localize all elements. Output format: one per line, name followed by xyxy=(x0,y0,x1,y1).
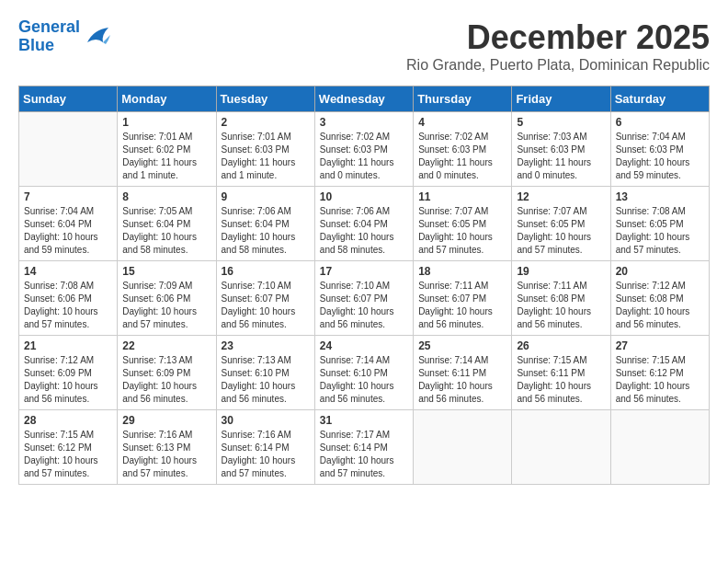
day-info: Sunrise: 7:01 AM Sunset: 6:02 PM Dayligh… xyxy=(122,131,210,182)
logo-text: General Blue xyxy=(18,18,80,55)
day-number: 9 xyxy=(222,190,310,203)
calendar-cell: 7Sunrise: 7:04 AM Sunset: 6:04 PM Daylig… xyxy=(19,187,118,261)
calendar-cell: 8Sunrise: 7:05 AM Sunset: 6:04 PM Daylig… xyxy=(118,187,216,261)
day-number: 14 xyxy=(24,265,112,278)
calendar-cell: 10Sunrise: 7:06 AM Sunset: 6:04 PM Dayli… xyxy=(314,187,413,261)
calendar-cell: 29Sunrise: 7:16 AM Sunset: 6:13 PM Dayli… xyxy=(118,410,216,485)
calendar-header-row: SundayMondayTuesdayWednesdayThursdayFrid… xyxy=(19,86,710,112)
location-title: Rio Grande, Puerto Plata, Dominican Repu… xyxy=(406,57,710,74)
day-number: 27 xyxy=(616,339,704,352)
calendar-cell xyxy=(414,410,512,485)
calendar-cell: 28Sunrise: 7:15 AM Sunset: 6:12 PM Dayli… xyxy=(19,410,118,485)
day-number: 3 xyxy=(320,116,408,129)
day-number: 2 xyxy=(222,116,310,129)
calendar-cell xyxy=(610,410,709,485)
day-info: Sunrise: 7:07 AM Sunset: 6:05 PM Dayligh… xyxy=(418,205,506,257)
logo-line1: General xyxy=(18,17,80,36)
calendar-cell xyxy=(19,112,118,187)
day-number: 24 xyxy=(320,339,408,352)
calendar-cell: 22Sunrise: 7:13 AM Sunset: 6:09 PM Dayli… xyxy=(118,336,216,410)
calendar-cell: 17Sunrise: 7:10 AM Sunset: 6:07 PM Dayli… xyxy=(314,261,413,336)
day-info: Sunrise: 7:03 AM Sunset: 6:03 PM Dayligh… xyxy=(517,131,605,182)
calendar-cell: 16Sunrise: 7:10 AM Sunset: 6:07 PM Dayli… xyxy=(216,261,314,336)
calendar-cell: 1Sunrise: 7:01 AM Sunset: 6:02 PM Daylig… xyxy=(118,112,216,187)
calendar-cell: 18Sunrise: 7:11 AM Sunset: 6:07 PM Dayli… xyxy=(414,261,512,336)
day-number: 11 xyxy=(418,190,506,203)
day-number: 17 xyxy=(320,265,408,278)
calendar-week-2: 7Sunrise: 7:04 AM Sunset: 6:04 PM Daylig… xyxy=(19,187,710,261)
calendar-cell: 21Sunrise: 7:12 AM Sunset: 6:09 PM Dayli… xyxy=(19,336,118,410)
calendar-cell: 19Sunrise: 7:11 AM Sunset: 6:08 PM Dayli… xyxy=(512,261,610,336)
day-info: Sunrise: 7:11 AM Sunset: 6:07 PM Dayligh… xyxy=(418,280,506,331)
logo-bird-icon xyxy=(83,26,110,48)
weekday-header-sunday: Sunday xyxy=(19,86,118,112)
day-info: Sunrise: 7:13 AM Sunset: 6:10 PM Dayligh… xyxy=(222,354,310,406)
day-number: 5 xyxy=(517,116,605,129)
calendar-cell: 2Sunrise: 7:01 AM Sunset: 6:03 PM Daylig… xyxy=(216,112,314,187)
calendar-week-4: 21Sunrise: 7:12 AM Sunset: 6:09 PM Dayli… xyxy=(19,336,710,410)
day-info: Sunrise: 7:06 AM Sunset: 6:04 PM Dayligh… xyxy=(222,205,310,257)
day-info: Sunrise: 7:09 AM Sunset: 6:06 PM Dayligh… xyxy=(122,280,210,331)
day-number: 30 xyxy=(222,414,310,427)
day-number: 7 xyxy=(24,190,112,203)
day-info: Sunrise: 7:01 AM Sunset: 6:03 PM Dayligh… xyxy=(222,131,310,182)
calendar-cell: 31Sunrise: 7:17 AM Sunset: 6:14 PM Dayli… xyxy=(314,410,413,485)
day-info: Sunrise: 7:02 AM Sunset: 6:03 PM Dayligh… xyxy=(418,131,506,182)
calendar-table: SundayMondayTuesdayWednesdayThursdayFrid… xyxy=(18,86,710,485)
day-info: Sunrise: 7:14 AM Sunset: 6:10 PM Dayligh… xyxy=(320,354,408,406)
day-info: Sunrise: 7:02 AM Sunset: 6:03 PM Dayligh… xyxy=(320,131,408,182)
calendar-cell: 15Sunrise: 7:09 AM Sunset: 6:06 PM Dayli… xyxy=(118,261,216,336)
day-info: Sunrise: 7:15 AM Sunset: 6:12 PM Dayligh… xyxy=(24,429,112,480)
day-info: Sunrise: 7:11 AM Sunset: 6:08 PM Dayligh… xyxy=(517,280,605,331)
calendar-cell: 9Sunrise: 7:06 AM Sunset: 6:04 PM Daylig… xyxy=(216,187,314,261)
calendar-week-3: 14Sunrise: 7:08 AM Sunset: 6:06 PM Dayli… xyxy=(19,261,710,336)
day-number: 4 xyxy=(418,116,506,129)
day-number: 31 xyxy=(320,414,408,427)
day-info: Sunrise: 7:06 AM Sunset: 6:04 PM Dayligh… xyxy=(320,205,408,257)
day-number: 12 xyxy=(517,190,605,203)
day-number: 18 xyxy=(418,265,506,278)
day-number: 13 xyxy=(616,190,704,203)
day-info: Sunrise: 7:15 AM Sunset: 6:12 PM Dayligh… xyxy=(616,354,704,406)
day-info: Sunrise: 7:14 AM Sunset: 6:11 PM Dayligh… xyxy=(418,354,506,406)
day-number: 21 xyxy=(24,339,112,352)
weekday-header-saturday: Saturday xyxy=(610,86,709,112)
day-number: 26 xyxy=(517,339,605,352)
logo-line2: Blue xyxy=(18,36,54,54)
day-info: Sunrise: 7:12 AM Sunset: 6:09 PM Dayligh… xyxy=(24,354,112,406)
day-number: 15 xyxy=(122,265,210,278)
day-info: Sunrise: 7:10 AM Sunset: 6:07 PM Dayligh… xyxy=(320,280,408,331)
calendar-cell: 20Sunrise: 7:12 AM Sunset: 6:08 PM Dayli… xyxy=(610,261,709,336)
calendar-cell xyxy=(512,410,610,485)
calendar-week-5: 28Sunrise: 7:15 AM Sunset: 6:12 PM Dayli… xyxy=(19,410,710,485)
logo: General Blue xyxy=(18,18,110,55)
day-info: Sunrise: 7:12 AM Sunset: 6:08 PM Dayligh… xyxy=(616,280,704,331)
weekday-header-thursday: Thursday xyxy=(414,86,512,112)
day-number: 16 xyxy=(222,265,310,278)
day-number: 6 xyxy=(616,116,704,129)
weekday-header-wednesday: Wednesday xyxy=(314,86,413,112)
day-info: Sunrise: 7:13 AM Sunset: 6:09 PM Dayligh… xyxy=(122,354,210,406)
calendar-cell: 6Sunrise: 7:04 AM Sunset: 6:03 PM Daylig… xyxy=(610,112,709,187)
day-number: 28 xyxy=(24,414,112,427)
day-number: 10 xyxy=(320,190,408,203)
calendar-cell: 13Sunrise: 7:08 AM Sunset: 6:05 PM Dayli… xyxy=(610,187,709,261)
day-number: 1 xyxy=(122,116,210,129)
day-info: Sunrise: 7:16 AM Sunset: 6:13 PM Dayligh… xyxy=(122,429,210,480)
day-number: 23 xyxy=(222,339,310,352)
calendar-cell: 30Sunrise: 7:16 AM Sunset: 6:14 PM Dayli… xyxy=(216,410,314,485)
day-number: 8 xyxy=(122,190,210,203)
day-info: Sunrise: 7:10 AM Sunset: 6:07 PM Dayligh… xyxy=(222,280,310,331)
calendar-cell: 25Sunrise: 7:14 AM Sunset: 6:11 PM Dayli… xyxy=(414,336,512,410)
calendar-cell: 14Sunrise: 7:08 AM Sunset: 6:06 PM Dayli… xyxy=(19,261,118,336)
day-number: 25 xyxy=(418,339,506,352)
calendar-cell: 24Sunrise: 7:14 AM Sunset: 6:10 PM Dayli… xyxy=(314,336,413,410)
day-info: Sunrise: 7:08 AM Sunset: 6:05 PM Dayligh… xyxy=(616,205,704,257)
calendar-body: 1Sunrise: 7:01 AM Sunset: 6:02 PM Daylig… xyxy=(19,112,710,485)
day-info: Sunrise: 7:08 AM Sunset: 6:06 PM Dayligh… xyxy=(24,280,112,331)
calendar-cell: 27Sunrise: 7:15 AM Sunset: 6:12 PM Dayli… xyxy=(610,336,709,410)
day-info: Sunrise: 7:16 AM Sunset: 6:14 PM Dayligh… xyxy=(222,429,310,480)
calendar-week-1: 1Sunrise: 7:01 AM Sunset: 6:02 PM Daylig… xyxy=(19,112,710,187)
day-number: 22 xyxy=(122,339,210,352)
calendar-cell: 3Sunrise: 7:02 AM Sunset: 6:03 PM Daylig… xyxy=(314,112,413,187)
